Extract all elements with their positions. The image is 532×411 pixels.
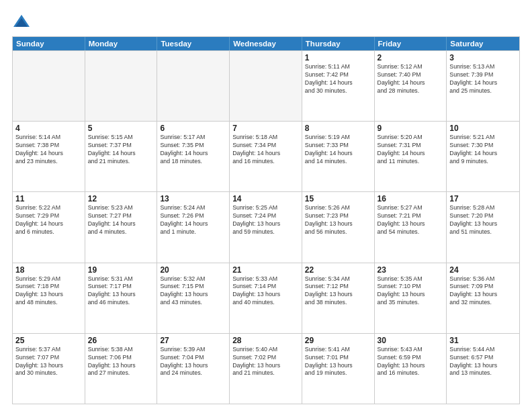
day-info: Sunrise: 5:15 AM Sunset: 7:37 PM Dayligh…	[88, 134, 154, 166]
header	[12, 12, 520, 31]
cal-cell: 6Sunrise: 5:17 AM Sunset: 7:35 PM Daylig…	[157, 122, 230, 191]
day-number: 14	[232, 194, 299, 203]
calendar-body: 1Sunrise: 5:11 AM Sunset: 7:42 PM Daylig…	[13, 50, 519, 404]
cal-cell	[13, 51, 85, 121]
cal-cell: 15Sunrise: 5:26 AM Sunset: 7:23 PM Dayli…	[302, 192, 375, 262]
day-info: Sunrise: 5:14 AM Sunset: 7:38 PM Dayligh…	[15, 134, 82, 166]
cal-cell: 20Sunrise: 5:32 AM Sunset: 7:15 PM Dayli…	[157, 263, 230, 333]
day-number: 3	[449, 53, 517, 62]
day-number: 12	[88, 194, 154, 203]
cal-cell: 30Sunrise: 5:43 AM Sunset: 6:59 PM Dayli…	[375, 334, 447, 404]
day-number: 30	[378, 336, 444, 345]
cal-week-4: 18Sunrise: 5:29 AM Sunset: 7:18 PM Dayli…	[13, 263, 519, 333]
calendar-header-row: SundayMondayTuesdayWednesdayThursdayFrid…	[13, 37, 519, 50]
cal-cell	[157, 51, 230, 121]
cal-cell: 12Sunrise: 5:23 AM Sunset: 7:27 PM Dayli…	[85, 192, 158, 262]
day-number: 26	[88, 336, 154, 345]
day-number: 23	[378, 265, 444, 275]
cal-header-wednesday: Wednesday	[230, 37, 302, 50]
cal-cell: 13Sunrise: 5:24 AM Sunset: 7:26 PM Dayli…	[157, 192, 230, 262]
day-info: Sunrise: 5:19 AM Sunset: 7:33 PM Dayligh…	[305, 134, 371, 166]
day-number: 4	[15, 124, 82, 133]
day-number: 5	[88, 124, 154, 133]
day-number: 22	[305, 265, 371, 275]
day-info: Sunrise: 5:34 AM Sunset: 7:12 PM Dayligh…	[305, 275, 371, 308]
day-number: 31	[449, 336, 517, 345]
day-info: Sunrise: 5:37 AM Sunset: 7:07 PM Dayligh…	[15, 346, 82, 378]
cal-cell: 18Sunrise: 5:29 AM Sunset: 7:18 PM Dayli…	[13, 263, 85, 333]
cal-cell: 14Sunrise: 5:25 AM Sunset: 7:24 PM Dayli…	[230, 192, 302, 262]
day-info: Sunrise: 5:35 AM Sunset: 7:10 PM Dayligh…	[378, 275, 444, 308]
day-number: 7	[232, 124, 299, 133]
day-info: Sunrise: 5:17 AM Sunset: 7:35 PM Dayligh…	[160, 134, 226, 166]
cal-week-3: 11Sunrise: 5:22 AM Sunset: 7:29 PM Dayli…	[13, 191, 519, 262]
cal-header-sunday: Sunday	[13, 37, 85, 50]
day-info: Sunrise: 5:41 AM Sunset: 7:01 PM Dayligh…	[305, 346, 371, 378]
day-number: 2	[378, 53, 444, 62]
day-number: 16	[378, 194, 444, 203]
day-number: 28	[232, 336, 299, 345]
cal-cell: 31Sunrise: 5:44 AM Sunset: 6:57 PM Dayli…	[447, 334, 519, 404]
day-number: 27	[160, 336, 226, 345]
calendar: SundayMondayTuesdayWednesdayThursdayFrid…	[12, 36, 520, 404]
cal-cell: 25Sunrise: 5:37 AM Sunset: 7:07 PM Dayli…	[13, 334, 85, 404]
cal-cell: 23Sunrise: 5:35 AM Sunset: 7:10 PM Dayli…	[375, 263, 447, 333]
day-info: Sunrise: 5:11 AM Sunset: 7:42 PM Dayligh…	[305, 63, 371, 95]
cal-cell: 2Sunrise: 5:12 AM Sunset: 7:40 PM Daylig…	[375, 51, 447, 121]
cal-cell: 29Sunrise: 5:41 AM Sunset: 7:01 PM Dayli…	[302, 334, 375, 404]
cal-cell: 19Sunrise: 5:31 AM Sunset: 7:17 PM Dayli…	[85, 263, 158, 333]
cal-week-5: 25Sunrise: 5:37 AM Sunset: 7:07 PM Dayli…	[13, 333, 519, 404]
day-info: Sunrise: 5:18 AM Sunset: 7:34 PM Dayligh…	[232, 134, 299, 166]
cal-cell	[85, 51, 158, 121]
cal-cell: 28Sunrise: 5:40 AM Sunset: 7:02 PM Dayli…	[230, 334, 302, 404]
cal-cell: 11Sunrise: 5:22 AM Sunset: 7:29 PM Dayli…	[13, 192, 85, 262]
day-number: 24	[449, 265, 517, 275]
cal-header-thursday: Thursday	[302, 37, 375, 50]
cal-week-1: 1Sunrise: 5:11 AM Sunset: 7:42 PM Daylig…	[13, 50, 519, 121]
day-info: Sunrise: 5:26 AM Sunset: 7:23 PM Dayligh…	[305, 204, 371, 236]
cal-cell: 24Sunrise: 5:36 AM Sunset: 7:09 PM Dayli…	[447, 263, 519, 333]
day-info: Sunrise: 5:24 AM Sunset: 7:26 PM Dayligh…	[160, 204, 226, 236]
day-number: 29	[305, 336, 371, 345]
cal-cell: 10Sunrise: 5:21 AM Sunset: 7:30 PM Dayli…	[447, 122, 519, 191]
day-info: Sunrise: 5:29 AM Sunset: 7:18 PM Dayligh…	[15, 275, 82, 308]
day-number: 20	[160, 265, 226, 275]
day-number: 10	[449, 124, 517, 133]
day-number: 8	[305, 124, 371, 133]
cal-cell: 7Sunrise: 5:18 AM Sunset: 7:34 PM Daylig…	[230, 122, 302, 191]
logo	[12, 12, 34, 31]
cal-week-2: 4Sunrise: 5:14 AM Sunset: 7:38 PM Daylig…	[13, 121, 519, 191]
cal-cell: 1Sunrise: 5:11 AM Sunset: 7:42 PM Daylig…	[302, 51, 375, 121]
day-info: Sunrise: 5:36 AM Sunset: 7:09 PM Dayligh…	[449, 275, 517, 308]
day-number: 19	[88, 265, 154, 275]
day-info: Sunrise: 5:21 AM Sunset: 7:30 PM Dayligh…	[449, 134, 517, 166]
day-info: Sunrise: 5:33 AM Sunset: 7:14 PM Dayligh…	[232, 275, 299, 308]
logo-icon	[12, 12, 31, 31]
day-info: Sunrise: 5:43 AM Sunset: 6:59 PM Dayligh…	[378, 346, 444, 378]
cal-header-saturday: Saturday	[447, 37, 519, 50]
day-info: Sunrise: 5:38 AM Sunset: 7:06 PM Dayligh…	[88, 346, 154, 378]
day-info: Sunrise: 5:22 AM Sunset: 7:29 PM Dayligh…	[15, 204, 82, 236]
cal-cell: 17Sunrise: 5:28 AM Sunset: 7:20 PM Dayli…	[447, 192, 519, 262]
cal-cell: 9Sunrise: 5:20 AM Sunset: 7:31 PM Daylig…	[375, 122, 447, 191]
cal-cell: 8Sunrise: 5:19 AM Sunset: 7:33 PM Daylig…	[302, 122, 375, 191]
cal-cell: 16Sunrise: 5:27 AM Sunset: 7:21 PM Dayli…	[375, 192, 447, 262]
day-info: Sunrise: 5:40 AM Sunset: 7:02 PM Dayligh…	[232, 346, 299, 378]
day-number: 6	[160, 124, 226, 133]
day-number: 18	[15, 265, 82, 275]
day-info: Sunrise: 5:13 AM Sunset: 7:39 PM Dayligh…	[449, 63, 517, 95]
cal-cell: 27Sunrise: 5:39 AM Sunset: 7:04 PM Dayli…	[157, 334, 230, 404]
day-info: Sunrise: 5:12 AM Sunset: 7:40 PM Dayligh…	[378, 63, 444, 95]
day-info: Sunrise: 5:28 AM Sunset: 7:20 PM Dayligh…	[449, 204, 517, 236]
day-info: Sunrise: 5:39 AM Sunset: 7:04 PM Dayligh…	[160, 346, 226, 378]
cal-header-tuesday: Tuesday	[157, 37, 230, 50]
day-number: 11	[15, 194, 82, 203]
cal-cell: 22Sunrise: 5:34 AM Sunset: 7:12 PM Dayli…	[302, 263, 375, 333]
cal-cell: 5Sunrise: 5:15 AM Sunset: 7:37 PM Daylig…	[85, 122, 158, 191]
day-info: Sunrise: 5:31 AM Sunset: 7:17 PM Dayligh…	[88, 275, 154, 308]
day-number: 21	[232, 265, 299, 275]
day-number: 25	[15, 336, 82, 345]
cal-cell	[230, 51, 302, 121]
page: SundayMondayTuesdayWednesdayThursdayFrid…	[0, 0, 532, 411]
cal-cell: 4Sunrise: 5:14 AM Sunset: 7:38 PM Daylig…	[13, 122, 85, 191]
